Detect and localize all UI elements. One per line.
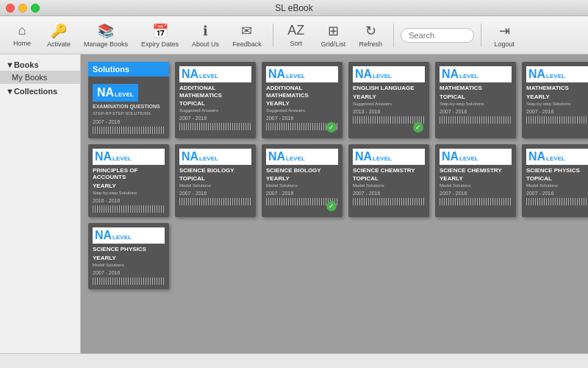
activate-button[interactable]: 🔑 Activate: [43, 20, 75, 51]
home-label: Home: [13, 40, 31, 47]
home-button[interactable]: ⌂ Home: [6, 20, 38, 50]
book-barcode: [93, 205, 165, 213]
book-card[interactable]: NA LEVEL SCIENCE PHYSICS YEARLY Model So…: [88, 223, 169, 289]
grid-icon: ⊞: [328, 23, 339, 39]
book-subtitle: Model Solutions: [179, 183, 251, 188]
book-card[interactable]: NA LEVEL ENGLISH LANGUAGE YEARLY Suggest…: [348, 62, 429, 138]
sidebar: ▼Books My Books ▼Collections: [0, 54, 81, 353]
title-bar: SL eBook: [0, 0, 588, 16]
maximize-button[interactable]: [31, 4, 40, 13]
book-card[interactable]: Solutions NA LEVEL Examination Questions…: [88, 62, 169, 138]
logout-button[interactable]: ⇥ Logout: [488, 20, 520, 51]
na-level-badge: NA LEVEL: [182, 151, 249, 163]
book-subtitle: Model Solutions: [526, 183, 588, 188]
feedback-icon: ✉: [241, 23, 252, 39]
collections-section-header[interactable]: ▼Collections: [0, 84, 80, 97]
book-card[interactable]: NA LEVEL SCIENCE BIOLOGY TOPICAL Model S…: [175, 144, 256, 217]
book-info: NA LEVEL Examination Questions STEP-BY-S…: [88, 79, 169, 138]
solutions-text: Solutions: [93, 65, 129, 74]
books-grid: Solutions NA LEVEL Examination Questions…: [88, 62, 581, 289]
book-card[interactable]: NA LEVEL SCIENCE CHEMISTRY TOPICAL Model…: [348, 144, 429, 217]
book-title: ADDITIONAL MATHEMATICS: [179, 85, 251, 99]
window-title: SL eBook: [275, 3, 313, 13]
book-card[interactable]: NA LEVEL MATHEMATICS YEARLY Step-by-step…: [522, 62, 588, 138]
book-year: 2007 - 2016: [266, 191, 338, 196]
book-year: 2013 - 2016: [353, 109, 425, 114]
book-subtitle: Suggested Answers: [353, 102, 425, 107]
books-section-header[interactable]: ▼Books: [0, 57, 80, 71]
expiry-dates-button[interactable]: 📅 Expiry Dates: [137, 20, 183, 51]
book-year: 2007 - 2016: [179, 191, 251, 196]
book-card[interactable]: NA LEVEL SCIENCE PHYSICS TOPICAL Model S…: [522, 144, 588, 217]
book-year: 2007 - 2016: [93, 270, 165, 275]
book-subtitle: Model Solutions: [266, 183, 338, 188]
sort-button[interactable]: AZ Sort: [280, 20, 312, 50]
book-card[interactable]: NA LEVEL ADDITIONAL MATHEMATICS TOPICAL …: [175, 62, 256, 138]
my-books-item[interactable]: My Books: [0, 71, 80, 84]
logout-icon: ⇥: [499, 23, 510, 39]
book-title: SCIENCE BIOLOGY: [179, 167, 251, 174]
na-level-badge: NA LEVEL: [268, 68, 336, 80]
book-subtitle: Model Solutions: [353, 183, 425, 188]
book-type: TOPICAL: [440, 93, 512, 100]
main-area: ▼Books My Books ▼Collections Solutions N…: [0, 54, 588, 353]
book-type: YEARLY: [440, 175, 512, 182]
book-card[interactable]: NA LEVEL SCIENCE CHEMISTRY YEARLY Model …: [435, 144, 516, 217]
book-subtitle: Step-by-step Solutions: [440, 102, 512, 107]
na-level-badge: NA LEVEL: [355, 151, 423, 163]
book-subtitle: Model Solutions: [440, 183, 512, 188]
book-year: 2007 - 2016: [93, 119, 165, 124]
book-subtitle: Suggested Answers: [266, 108, 338, 113]
book-title: SCIENCE PHYSICS: [93, 246, 165, 253]
book-barcode: [179, 123, 251, 130]
na-level-badge: NA LEVEL: [95, 230, 162, 241]
book-barcode: [353, 116, 425, 124]
book-barcode: [526, 198, 588, 205]
minimize-button[interactable]: [18, 4, 27, 13]
manage-books-button[interactable]: 📚 Manage Books: [79, 20, 132, 51]
feedback-button[interactable]: ✉ Feedback: [228, 20, 266, 51]
book-subtitle: Suggested Answers: [179, 108, 251, 113]
book-title: ADDITIONAL MATHEMATICS: [266, 85, 338, 99]
home-icon: ⌂: [18, 23, 26, 38]
book-type: TOPICAL: [353, 175, 425, 182]
na-level-badge: NA LEVEL: [442, 68, 509, 80]
book-type: TOPICAL: [526, 175, 588, 182]
book-title: MATHEMATICS: [526, 85, 588, 92]
about-button[interactable]: ℹ About Us: [187, 20, 223, 51]
book-year: 2007 - 2016: [353, 191, 425, 196]
book-barcode: [353, 198, 425, 205]
book-card[interactable]: NA LEVEL PRINCIPLES OF ACCOUNTS YEARLY S…: [88, 144, 169, 217]
book-barcode: [440, 198, 512, 205]
book-year: 2016 - 2016: [93, 198, 165, 203]
book-card[interactable]: NA LEVEL ADDITIONAL MATHEMATICS YEARLY S…: [262, 62, 343, 138]
book-year: 2007 - 2016: [440, 109, 512, 114]
book-type: YEARLY: [93, 183, 165, 189]
feedback-label: Feedback: [232, 40, 262, 48]
book-barcode: [179, 198, 251, 205]
book-type: YEARLY: [353, 93, 425, 100]
na-level-badge: NA LEVEL: [442, 151, 509, 163]
calendar-icon: 📅: [152, 23, 168, 39]
toolbar-separator: [273, 24, 273, 47]
book-card[interactable]: NA LEVEL SCIENCE BIOLOGY YEARLY Model So…: [262, 144, 343, 217]
book-title: SCIENCE BIOLOGY: [266, 167, 338, 174]
grid-list-button[interactable]: ⊞ Grid/List: [317, 20, 351, 51]
book-type: YEARLY: [266, 175, 338, 182]
book-subtitle: Step-by-step Solutions: [93, 191, 165, 196]
close-button[interactable]: [6, 4, 15, 13]
sort-label: Sort: [290, 40, 302, 47]
book-title: PRINCIPLES OF ACCOUNTS: [93, 167, 165, 181]
grid-label: Grid/List: [321, 40, 346, 48]
book-subtitle: Model Solutions: [93, 263, 165, 268]
traffic-lights: [6, 4, 40, 13]
manage-icon: 📚: [98, 23, 114, 39]
book-year: 2007 - 2016: [526, 191, 588, 196]
toolbar-separator-3: [481, 24, 481, 47]
check-icon: ✓: [326, 122, 337, 132]
search-input[interactable]: [401, 28, 474, 43]
refresh-button[interactable]: ↻ Refresh: [354, 20, 387, 51]
toolbar-separator-2: [393, 24, 394, 47]
book-type: YEARLY: [526, 93, 588, 100]
book-card[interactable]: NA LEVEL MATHEMATICS TOPICAL Step-by-ste…: [435, 62, 516, 138]
